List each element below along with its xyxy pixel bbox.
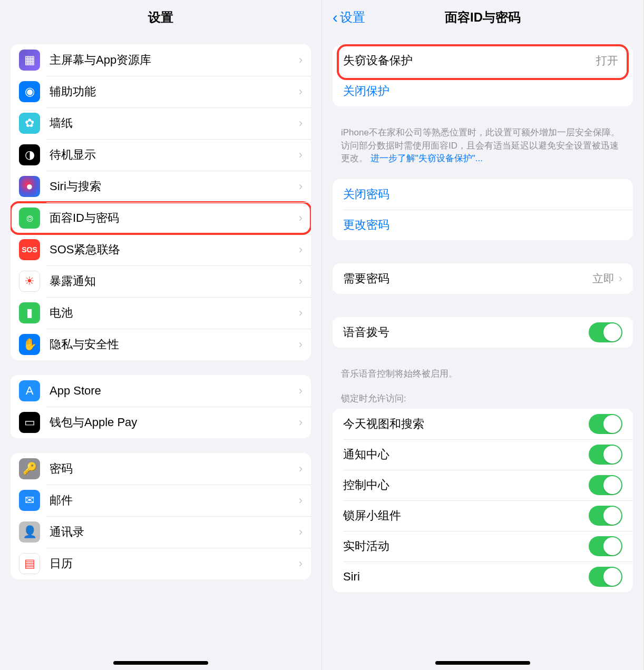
voice-dial-group: 语音拨号 — [333, 317, 633, 348]
row-label: 钱包与Apple Pay — [50, 415, 299, 430]
close-protection-row[interactable]: 关闭保护 — [333, 76, 633, 106]
row-label: 主屏幕与App资源库 — [50, 52, 299, 68]
settings-row-calendar[interactable]: ▤日历› — [11, 548, 311, 579]
lock-access-toggle[interactable] — [589, 475, 622, 495]
passcode-group: 关闭密码 更改密码 — [333, 179, 633, 240]
chevron-right-icon: › — [299, 211, 303, 225]
require-passcode-value: 立即 — [592, 271, 614, 286]
settings-row-passwords[interactable]: 🔑密码› — [11, 453, 311, 485]
settings-row-wallet[interactable]: ▭钱包与Apple Pay› — [11, 407, 311, 438]
settings-row-mail[interactable]: ✉邮件› — [11, 485, 311, 516]
back-button[interactable]: ‹ 设置 — [333, 8, 365, 26]
passwords-icon: 🔑 — [19, 458, 40, 479]
chevron-right-icon: › — [299, 416, 303, 429]
battery-icon: ▮ — [19, 302, 40, 323]
row-label: 日历 — [50, 556, 299, 572]
chevron-right-icon: › — [619, 272, 622, 285]
row-label: App Store — [50, 384, 299, 398]
settings-group: AApp Store›▭钱包与Apple Pay› — [11, 375, 311, 438]
settings-row-appstore[interactable]: AApp Store› — [11, 375, 311, 407]
lock-access-label: 今天视图和搜索 — [343, 416, 589, 432]
row-label: 墙纸 — [50, 115, 299, 131]
stolen-device-row[interactable]: 失窃设备保护 打开 — [333, 45, 633, 76]
chevron-right-icon: › — [299, 148, 303, 162]
voice-dial-footer: 音乐语音控制将始终被启用。 — [322, 362, 643, 383]
row-label: 电池 — [50, 305, 299, 321]
header-right: ‹ 设置 面容ID与密码 — [322, 0, 643, 35]
settings-row-sos[interactable]: SOSSOS紧急联络› — [11, 234, 311, 265]
lock-access-toggle[interactable] — [589, 567, 622, 587]
home-indicator[interactable] — [435, 661, 530, 665]
row-label: 面容ID与密码 — [50, 210, 299, 226]
lock-access-row[interactable]: 通知中心 — [333, 439, 633, 470]
lock-access-toggle[interactable] — [589, 506, 622, 526]
chevron-right-icon: › — [299, 384, 303, 398]
stolen-device-label: 失窃设备保护 — [343, 53, 596, 68]
stolen-device-value: 打开 — [596, 53, 618, 68]
settings-row-home[interactable]: ▦主屏幕与App资源库› — [11, 44, 311, 76]
row-label: Siri与搜索 — [50, 179, 299, 194]
chevron-right-icon: › — [299, 85, 303, 98]
settings-root-screen: 设置 ▦主屏幕与App资源库›◉辅助功能›✿墙纸›◑待机显示›●Siri与搜索›… — [0, 0, 322, 670]
turn-off-passcode-label: 关闭密码 — [343, 186, 622, 202]
chevron-right-icon: › — [299, 525, 303, 539]
settings-row-exposure[interactable]: ☀暴露通知› — [11, 265, 311, 297]
chevron-right-icon: › — [299, 274, 303, 288]
accessibility-icon: ◉ — [19, 81, 40, 102]
sos-icon: SOS — [19, 239, 40, 260]
faceid-icon: ⌾ — [19, 208, 40, 229]
stolen-device-footer: iPhone不在家和公司等熟悉位置时，此设置可额外增加一层安全保障。访问部分数据… — [322, 121, 643, 168]
mail-icon: ✉ — [19, 490, 40, 511]
require-passcode-group: 需要密码 立即 › — [333, 263, 633, 294]
chevron-right-icon: › — [299, 306, 303, 320]
row-label: 暴露通知 — [50, 273, 299, 289]
back-label: 设置 — [340, 9, 365, 26]
change-passcode-label: 更改密码 — [343, 217, 622, 233]
contacts-icon: 👤 — [19, 521, 40, 543]
settings-row-wallpaper[interactable]: ✿墙纸› — [11, 107, 311, 139]
settings-row-accessibility[interactable]: ◉辅助功能› — [11, 76, 311, 107]
standby-icon: ◑ — [19, 144, 40, 165]
settings-row-faceid[interactable]: ⌾面容ID与密码› — [11, 202, 311, 234]
home-indicator[interactable] — [113, 661, 208, 665]
settings-row-contacts[interactable]: 👤通讯录› — [11, 516, 311, 548]
lock-access-row[interactable]: 实时活动 — [333, 531, 633, 561]
siri-icon: ● — [19, 176, 40, 197]
page-title: 面容ID与密码 — [445, 9, 521, 26]
voice-dial-label: 语音拨号 — [343, 324, 589, 340]
require-passcode-label: 需要密码 — [343, 271, 592, 287]
lock-access-label: 锁屏小组件 — [343, 508, 589, 524]
lock-access-row[interactable]: 控制中心 — [333, 470, 633, 500]
turn-off-passcode-row[interactable]: 关闭密码 — [333, 179, 633, 210]
lock-access-label: Siri — [343, 570, 589, 584]
learn-more-link[interactable]: 进一步了解"失窃设备保护"... — [370, 153, 483, 163]
settings-row-battery[interactable]: ▮电池› — [11, 297, 311, 329]
chevron-right-icon: › — [299, 462, 303, 476]
chevron-left-icon: ‹ — [333, 8, 338, 26]
exposure-icon: ☀ — [19, 271, 40, 292]
chevron-right-icon: › — [299, 53, 303, 67]
voice-dial-toggle[interactable] — [589, 322, 622, 342]
header-left: 设置 — [0, 0, 321, 35]
settings-row-privacy[interactable]: ✋隐私与安全性› — [11, 329, 311, 360]
lock-access-toggle[interactable] — [589, 536, 622, 556]
lock-access-label: 实时活动 — [343, 538, 589, 554]
faceid-passcode-screen: ‹ 设置 面容ID与密码 失窃设备保护 打开 关闭保护 iPhone不在家和公司… — [322, 0, 644, 670]
lock-access-label: 通知中心 — [343, 447, 589, 462]
lock-access-row[interactable]: 锁屏小组件 — [333, 500, 633, 531]
close-protection-label: 关闭保护 — [343, 83, 622, 99]
lock-access-row[interactable]: Siri — [333, 561, 633, 592]
wallet-icon: ▭ — [19, 412, 40, 433]
lock-access-toggle[interactable] — [589, 414, 622, 434]
settings-row-standby[interactable]: ◑待机显示› — [11, 139, 311, 171]
settings-group: 🔑密码›✉邮件›👤通讯录›▤日历› — [11, 453, 311, 579]
row-label: 隐私与安全性 — [50, 337, 299, 352]
lock-access-label: 控制中心 — [343, 477, 589, 493]
voice-dial-row[interactable]: 语音拨号 — [333, 317, 633, 348]
change-passcode-row[interactable]: 更改密码 — [333, 210, 633, 240]
require-passcode-row[interactable]: 需要密码 立即 › — [333, 263, 633, 294]
row-label: 通讯录 — [50, 524, 299, 540]
lock-access-row[interactable]: 今天视图和搜索 — [333, 409, 633, 439]
lock-access-toggle[interactable] — [589, 445, 622, 465]
settings-row-siri[interactable]: ●Siri与搜索› — [11, 171, 311, 202]
